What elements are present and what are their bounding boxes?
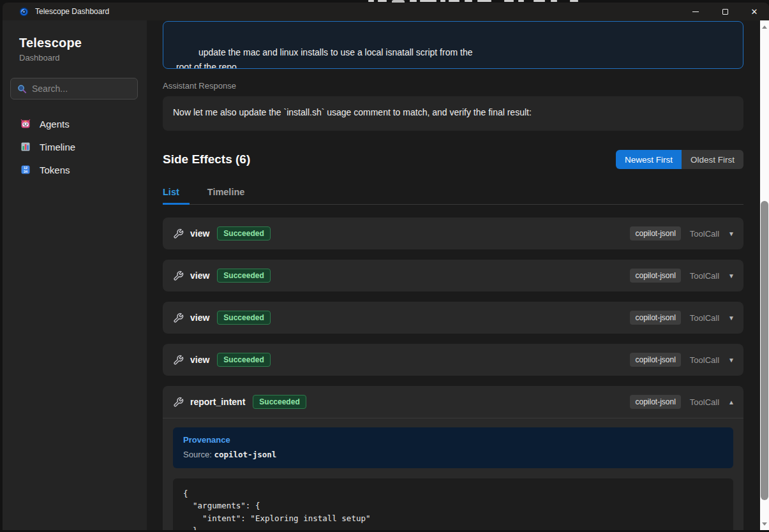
app-window: Telescope Dashboard ✕ Telescope Dashboar…	[3, 3, 769, 530]
user-message-text: update the mac and linux installs to use…	[174, 47, 472, 69]
side-effect-row: view Succeeded copilot-jsonl ToolCall ▼	[163, 302, 743, 334]
view-tabs: List Timeline	[163, 183, 743, 205]
event-type-label: ToolCall	[690, 355, 719, 365]
chevron-down-icon[interactable]: ▼	[728, 357, 735, 364]
provenance-source-label: Source:	[183, 450, 212, 459]
maximize-button[interactable]	[710, 3, 740, 20]
event-type-label: ToolCall	[690, 271, 719, 281]
assistant-response-label: Assistant Response	[163, 81, 743, 91]
row-divider	[163, 418, 743, 418]
side-effect-row: view Succeeded copilot-jsonl ToolCall ▼	[163, 260, 743, 292]
side-effect-row-expanded: report_intent Succeeded copilot-jsonl To…	[163, 386, 743, 530]
side-effect-row-header[interactable]: report_intent Succeeded copilot-jsonl To…	[163, 386, 743, 418]
tool-name: report_intent	[190, 397, 245, 407]
tab-list[interactable]: List	[163, 183, 190, 205]
event-type-label: ToolCall	[690, 313, 719, 323]
wrench-icon	[173, 313, 184, 323]
source-badge: copilot-jsonl	[630, 395, 680, 409]
minimize-icon	[692, 11, 699, 12]
minimize-button[interactable]	[681, 3, 710, 20]
newest-first-button[interactable]: Newest First	[616, 150, 682, 169]
status-badge: Succeeded	[253, 395, 306, 409]
tool-name: view	[190, 270, 209, 281]
scrollbar-thumb[interactable]	[761, 201, 768, 500]
user-message: update the mac and linux installs to use…	[163, 21, 743, 69]
side-effects-title: Side Effects (6)	[163, 152, 250, 166]
status-badge: Succeeded	[217, 311, 270, 325]
provenance-title: Provenance	[183, 435, 723, 445]
search-box[interactable]	[10, 78, 138, 100]
side-effect-row: view Succeeded copilot-jsonl ToolCall ▼	[163, 344, 743, 376]
sidebar-item-label: Timeline	[40, 142, 75, 152]
side-effect-row-header[interactable]: view Succeeded copilot-jsonl ToolCall ▼	[163, 302, 743, 334]
source-badge: copilot-jsonl	[630, 269, 680, 283]
wrench-icon	[173, 355, 184, 366]
tab-timeline[interactable]: Timeline	[207, 183, 253, 204]
titlebar[interactable]: Telescope Dashboard ✕	[3, 3, 769, 20]
window-title: Telescope Dashboard	[35, 7, 109, 16]
scroll-down-arrow-icon[interactable]	[760, 519, 769, 528]
event-type-label: ToolCall	[690, 229, 719, 239]
app-name: Telescope	[19, 36, 147, 50]
sidebar-item-tokens[interactable]: 12 34 Tokens	[3, 158, 147, 181]
tool-name: view	[190, 228, 209, 239]
sidebar-item-label: Tokens	[40, 165, 70, 175]
close-button[interactable]: ✕	[740, 3, 769, 20]
tool-arguments-code: { "arguments": { "intent": "Exploring in…	[173, 478, 733, 530]
chevron-down-icon[interactable]: ▼	[728, 314, 735, 321]
wrench-icon	[173, 397, 184, 408]
main-content: update the mac and linux installs to use…	[147, 20, 760, 530]
close-icon: ✕	[751, 8, 758, 16]
sidebar-item-timeline[interactable]: Timeline	[3, 135, 147, 158]
scroll-up-arrow-icon[interactable]	[760, 22, 769, 31]
status-badge: Succeeded	[217, 269, 270, 283]
tool-name: view	[190, 355, 209, 365]
sort-toggle: Newest First Oldest First	[616, 150, 743, 169]
wrench-icon	[173, 270, 184, 281]
sidebar: Telescope Dashboard	[3, 20, 147, 530]
side-effects-list: view Succeeded copilot-jsonl ToolCall ▼	[163, 218, 743, 530]
chevron-up-icon[interactable]: ▲	[728, 399, 735, 406]
app-logo-icon	[19, 7, 29, 17]
svg-text:34: 34	[24, 170, 27, 174]
provenance-panel: Provenance Source: copilot-jsonl	[173, 427, 733, 468]
search-icon	[17, 84, 27, 94]
side-effect-row-header[interactable]: view Succeeded copilot-jsonl ToolCall ▼	[163, 344, 743, 376]
tool-name: view	[190, 313, 209, 323]
maximize-icon	[722, 9, 728, 15]
vertical-scrollbar[interactable]	[760, 20, 769, 530]
source-badge: copilot-jsonl	[630, 311, 680, 325]
screen: Telescope Dashboard ✕ Telescope Dashboar…	[0, 0, 769, 532]
side-effect-row: view Succeeded copilot-jsonl ToolCall ▼	[163, 218, 743, 249]
status-badge: Succeeded	[217, 226, 270, 240]
source-badge: copilot-jsonl	[630, 353, 680, 367]
wrench-icon	[173, 228, 184, 239]
sidebar-item-label: Agents	[40, 119, 70, 129]
status-badge: Succeeded	[217, 353, 270, 367]
chevron-down-icon[interactable]: ▼	[728, 230, 735, 237]
search-input[interactable]	[32, 84, 131, 94]
assistant-response: Now let me also update the `install.sh` …	[163, 96, 743, 131]
chevron-down-icon[interactable]: ▼	[728, 272, 735, 279]
source-badge: copilot-jsonl	[630, 226, 680, 240]
oldest-first-button[interactable]: Oldest First	[682, 150, 743, 169]
robot-icon	[20, 118, 31, 129]
bar-chart-icon	[20, 141, 31, 152]
event-type-label: ToolCall	[690, 397, 719, 407]
numbers-icon: 12 34	[20, 164, 31, 175]
sidebar-nav: Agents Timeline	[3, 112, 147, 181]
side-effect-row-header[interactable]: view Succeeded copilot-jsonl ToolCall ▼	[163, 260, 743, 292]
app-subtitle: Dashboard	[19, 53, 147, 63]
side-effect-row-header[interactable]: view Succeeded copilot-jsonl ToolCall ▼	[163, 218, 743, 249]
assistant-response-text: Now let me also update the `install.sh` …	[173, 107, 532, 117]
sidebar-item-agents[interactable]: Agents	[3, 112, 147, 135]
provenance-source-value: copilot-jsonl	[214, 450, 276, 459]
